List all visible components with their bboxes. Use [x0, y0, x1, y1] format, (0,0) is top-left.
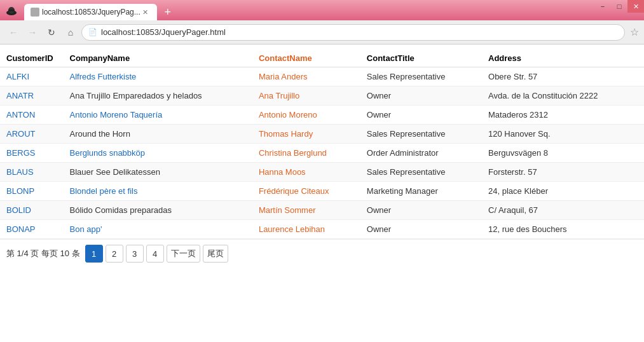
cell-customerid: BERGS: [0, 144, 64, 163]
cell-contacttitle: Sales Representative: [360, 67, 482, 86]
cell-contacttitle: Marketing Manager: [360, 182, 482, 201]
col-header-companyname: CompanyName: [64, 50, 252, 67]
tab-label: localhost:10853/JqueryPag...: [42, 8, 140, 17]
cell-companyname: Bólido Comidas preparadas: [64, 201, 252, 220]
cell-customerid: ANATR: [0, 86, 64, 106]
cell-companyname: Ana Trujillo Emparedados y helados: [64, 86, 252, 106]
cell-customerid: BLAUS: [0, 163, 64, 182]
cell-address: Berguvsvägen 8: [482, 144, 644, 163]
cell-contactname: Antonio Moreno: [252, 106, 360, 125]
cell-customerid: BONAP: [0, 220, 64, 239]
table-row: BERGSBerglunds snabbköpChristina Berglun…: [0, 144, 644, 163]
page-buttons: 1234: [85, 245, 164, 263]
cell-contactname: Hanna Moos: [252, 163, 360, 182]
bookmark-star-icon[interactable]: ☆: [630, 26, 639, 38]
cell-contacttitle: Owner: [360, 86, 482, 106]
col-header-address: Address: [482, 50, 644, 67]
cell-contactname: Thomas Hardy: [252, 125, 360, 144]
page-button-4[interactable]: 4: [146, 245, 164, 263]
page-button-1[interactable]: 1: [85, 245, 103, 263]
tab-close-button[interactable]: ✕: [140, 7, 151, 17]
cell-address: Obere Str. 57: [482, 67, 644, 86]
cell-companyname: Blauer See Delikatessen: [64, 163, 252, 182]
cell-companyname: Bon app': [64, 220, 252, 239]
chrome-window: localhost:10853/JqueryPag... ✕ + − □ ✕ ←…: [0, 0, 644, 342]
cell-contactname: Ana Trujillo: [252, 86, 360, 106]
cell-contactname: Maria Anders: [252, 67, 360, 86]
chrome-icon: [5, 4, 18, 17]
address-bar[interactable]: 📄 localhost:10853/JqueryPager.html: [81, 24, 625, 41]
window-controls: − □ ✕: [594, 0, 644, 13]
next-page-button[interactable]: 下一页: [167, 245, 200, 263]
tab-favicon: [31, 8, 39, 17]
cell-contacttitle: Owner: [360, 106, 482, 125]
table-row: BOLIDBólido Comidas preparadasMartín Som…: [0, 201, 644, 220]
table-row: BLAUSBlauer See DelikatessenHanna MoosSa…: [0, 163, 644, 182]
cell-customerid: BOLID: [0, 201, 64, 220]
title-bar: localhost:10853/JqueryPag... ✕ + − □ ✕: [0, 0, 644, 20]
table-header: CustomerID CompanyName ContactName Conta…: [0, 50, 644, 67]
cell-companyname: Blondel père et fils: [64, 182, 252, 201]
page-button-3[interactable]: 3: [126, 245, 144, 263]
cell-address: C/ Araquil, 67: [482, 201, 644, 220]
address-security-icon: 📄: [88, 28, 97, 36]
cell-contactname: Frédérique Citeaux: [252, 182, 360, 201]
page-button-2[interactable]: 2: [106, 245, 123, 263]
cell-companyname: Antonio Moreno Taquería: [64, 106, 252, 125]
tab-bar: localhost:10853/JqueryPag... ✕ +: [19, 0, 176, 20]
forward-button[interactable]: →: [24, 24, 41, 41]
toolbar: ← → ↻ ⌂ 📄 localhost:10853/JqueryPager.ht…: [0, 20, 644, 44]
data-table: CustomerID CompanyName ContactName Conta…: [0, 50, 644, 239]
address-text: localhost:10853/JqueryPager.html: [101, 27, 618, 37]
cell-contacttitle: Owner: [360, 220, 482, 239]
cell-contacttitle: Order Administrator: [360, 144, 482, 163]
reload-button[interactable]: ↻: [43, 24, 60, 41]
cell-address: 24, place Kléber: [482, 182, 644, 201]
home-button[interactable]: ⌂: [62, 24, 79, 41]
cell-customerid: AROUT: [0, 125, 64, 144]
minimize-button[interactable]: −: [594, 0, 611, 13]
cell-address: Forsterstr. 57: [482, 163, 644, 182]
table-row: ALFKIAlfreds FutterkisteMaria AndersSale…: [0, 67, 644, 86]
cell-contactname: Martín Sommer: [252, 201, 360, 220]
cell-contactname: Laurence Lebihan: [252, 220, 360, 239]
table-row: BLONPBlondel père et filsFrédérique Cite…: [0, 182, 644, 201]
active-tab[interactable]: localhost:10853/JqueryPag... ✕: [24, 4, 157, 20]
cell-customerid: ANTON: [0, 106, 64, 125]
cell-address: 120 Hanover Sq.: [482, 125, 644, 144]
cell-companyname: Around the Horn: [64, 125, 252, 144]
svg-rect-2: [8, 10, 15, 11]
page-content: CustomerID CompanyName ContactName Conta…: [0, 44, 644, 342]
table-row: BONAPBon app'Laurence LebihanOwner12, ru…: [0, 220, 644, 239]
new-tab-button[interactable]: +: [160, 4, 176, 20]
col-header-customerid: CustomerID: [0, 50, 64, 67]
cell-contactname: Christina Berglund: [252, 144, 360, 163]
maximize-button[interactable]: □: [611, 0, 627, 13]
cell-customerid: BLONP: [0, 182, 64, 201]
col-header-contactname: ContactName: [252, 50, 360, 67]
cell-customerid: ALFKI: [0, 67, 64, 86]
back-button[interactable]: ←: [5, 24, 22, 41]
cell-companyname: Berglunds snabbköp: [64, 144, 252, 163]
page-info: 第 1/4 页 每页 10 条: [6, 248, 80, 259]
pagination-bar: 第 1/4 页 每页 10 条 1234 下一页 尾页: [0, 239, 644, 268]
cell-contacttitle: Sales Representative: [360, 163, 482, 182]
table-row: ANTONAntonio Moreno TaqueríaAntonio More…: [0, 106, 644, 125]
cell-contacttitle: Owner: [360, 201, 482, 220]
cell-address: 12, rue des Bouchers: [482, 220, 644, 239]
table-row: AROUTAround the HornThomas HardySales Re…: [0, 125, 644, 144]
table-body: ALFKIAlfreds FutterkisteMaria AndersSale…: [0, 67, 644, 239]
close-button[interactable]: ✕: [627, 0, 644, 13]
cell-contacttitle: Sales Representative: [360, 125, 482, 144]
last-page-button[interactable]: 尾页: [203, 245, 228, 263]
cell-address: Avda. de la Constitución 2222: [482, 86, 644, 106]
cell-companyname: Alfreds Futterkiste: [64, 67, 252, 86]
col-header-contacttitle: ContactTitle: [360, 50, 482, 67]
cell-address: Mataderos 2312: [482, 106, 644, 125]
table-row: ANATRAna Trujillo Emparedados y heladosA…: [0, 86, 644, 106]
